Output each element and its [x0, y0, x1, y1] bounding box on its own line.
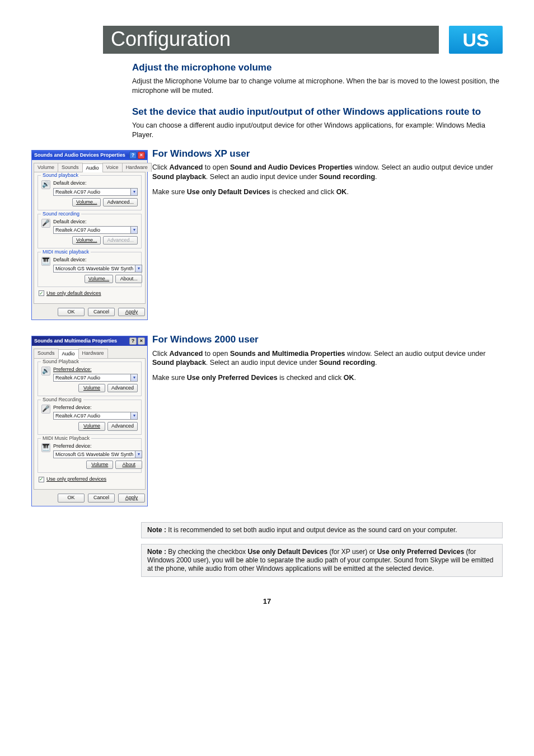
help-icon[interactable]: ?: [129, 152, 137, 159]
microphone-icon: 🎤: [41, 219, 50, 228]
w2k-tab-sounds[interactable]: Sounds: [34, 349, 59, 358]
chevron-down-icon: ▾: [130, 374, 137, 381]
speaker-icon: 🔊: [41, 367, 50, 375]
xp-tab-sounds[interactable]: Sounds: [58, 163, 83, 172]
xp-midi-value: Microsoft GS Wavetable SW Synth: [54, 265, 135, 272]
close-icon[interactable]: ×: [138, 337, 145, 345]
w2k-apply-button[interactable]: Apply: [118, 494, 145, 502]
xp-cancel-button[interactable]: Cancel: [88, 308, 115, 316]
microphone-icon: 🎤: [41, 405, 50, 414]
note-1: Note : It is recommended to set both aud…: [141, 522, 503, 538]
w2k-group-recording: Sound Recording 🎤 Preferred device: Real…: [38, 400, 142, 435]
w2k-dialog-titlebar: Sounds and Multimedia Properties ? ×: [32, 336, 147, 346]
close-icon[interactable]: ×: [138, 152, 145, 159]
w2k-preferred-devices-label: Use only preferred devices: [46, 476, 106, 482]
paragraph-w2k-1: Click Advanced to open Sounds and Multim…: [152, 349, 503, 368]
w2k-cancel-button[interactable]: Cancel: [88, 494, 115, 502]
w2k-preferred-devices-checkbox[interactable]: ✓: [39, 477, 44, 482]
chevron-down-icon: ▾: [130, 412, 137, 419]
w2k-ok-button[interactable]: OK: [58, 494, 85, 502]
xp-legend-playback: Sound playback: [41, 172, 80, 179]
w2k-playback-volume-button[interactable]: Volume: [78, 384, 105, 392]
w2k-recording-label: Preferred device:: [53, 405, 138, 411]
xp-tab-voice[interactable]: Voice: [102, 163, 123, 172]
chevron-down-icon: ▾: [130, 189, 137, 195]
page-number: 17: [31, 597, 503, 606]
xp-recording-select[interactable]: Realtek AC97 Audio ▾: [53, 226, 138, 234]
xp-ok-button[interactable]: OK: [58, 308, 85, 316]
xp-tab-hardware[interactable]: Hardware: [122, 163, 152, 172]
heading-adjust-volume: Adjust the microphone volume: [132, 62, 503, 73]
paragraph-route-device: You can choose a different audio input/o…: [132, 121, 503, 140]
midi-icon: 🎹: [41, 257, 50, 266]
xp-apply-button[interactable]: Apply: [118, 308, 145, 316]
xp-recording-value: Realtek AC97 Audio: [54, 227, 130, 233]
w2k-legend-playback: Sound Playback: [41, 359, 81, 365]
xp-playback-value: Realtek AC97 Audio: [54, 189, 130, 195]
xp-default-devices-checkbox[interactable]: ✓: [39, 290, 44, 296]
w2k-playback-value: Realtek AC97 Audio: [54, 374, 130, 381]
page-title: Configuration: [103, 26, 439, 54]
help-icon[interactable]: ?: [129, 337, 137, 345]
heading-xp: For Windows XP user: [152, 148, 503, 159]
xp-recording-volume-button[interactable]: Volume...: [72, 236, 101, 245]
xp-tab-audio[interactable]: Audio: [82, 163, 103, 172]
w2k-midi-select[interactable]: Microsoft GS Wavetable SW Synth ▾: [53, 450, 142, 458]
w2k-playback-advanced-button[interactable]: Advanced: [107, 384, 138, 392]
xp-midi-volume-button[interactable]: Volume...: [85, 275, 114, 283]
xp-legend-midi: MIDI music playback: [41, 249, 91, 255]
w2k-tabs: Sounds Audio Hardware: [32, 347, 147, 358]
xp-playback-volume-button[interactable]: Volume...: [72, 198, 101, 206]
w2k-dialog: Sounds and Multimedia Properties ? × Sou…: [31, 336, 148, 506]
xp-group-playback: Sound playback 🔊 Default device: Realtek…: [38, 175, 142, 210]
xp-playback-label: Default device:: [53, 180, 138, 186]
page: Configuration US Adjust the microphone v…: [0, 0, 534, 756]
note-label: Note :: [147, 526, 166, 534]
w2k-legend-recording: Sound Recording: [41, 397, 83, 403]
xp-dialog-title: Sounds and Audio Devices Properties: [34, 152, 125, 158]
xp-default-devices-label: Use only default devices: [46, 290, 101, 297]
paragraph-adjust-volume: Adjust the Microphone Volume bar to chan…: [132, 77, 503, 96]
w2k-tab-audio[interactable]: Audio: [58, 349, 79, 358]
xp-midi-about-button[interactable]: About...: [115, 275, 142, 283]
w2k-dialog-title: Sounds and Multimedia Properties: [34, 338, 117, 344]
xp-playback-select[interactable]: Realtek AC97 Audio ▾: [53, 188, 138, 196]
heading-w2k: For Windows 2000 user: [152, 334, 503, 345]
speaker-icon: 🔊: [41, 180, 50, 189]
chevron-down-icon: ▾: [135, 265, 142, 272]
note-2: Note : By checking the checkbox Use only…: [141, 544, 503, 577]
banner: Configuration US: [103, 26, 503, 54]
w2k-recording-volume-button[interactable]: Volume: [78, 422, 105, 430]
chevron-down-icon: ▾: [130, 227, 137, 233]
xp-group-recording: Sound recording 🎤 Default device: Realte…: [38, 214, 142, 249]
chevron-down-icon: ▾: [135, 451, 142, 458]
w2k-recording-advanced-button[interactable]: Advanced: [107, 422, 138, 430]
w2k-recording-select[interactable]: Realtek AC97 Audio ▾: [53, 412, 138, 420]
paragraph-xp-2: Make sure Use only Default Devices is ch…: [152, 187, 503, 197]
xp-group-midi: MIDI music playback 🎹 Default device: Mi…: [38, 252, 142, 287]
w2k-midi-value: Microsoft GS Wavetable SW Synth: [54, 451, 135, 458]
w2k-group-midi: MIDI Music Playback 🎹 Preferred device: …: [38, 438, 142, 473]
w2k-group-playback: Sound Playback 🔊 Preferred device: Realt…: [38, 361, 142, 397]
locale-badge: US: [449, 26, 503, 54]
xp-tab-volume[interactable]: Volume: [34, 163, 58, 172]
xp-playback-advanced-button[interactable]: Advanced...: [103, 198, 138, 206]
w2k-legend-midi: MIDI Music Playback: [41, 435, 91, 442]
w2k-recording-value: Realtek AC97 Audio: [54, 412, 130, 419]
xp-midi-select[interactable]: Microsoft GS Wavetable SW Synth ▾: [53, 265, 142, 273]
w2k-midi-about-button[interactable]: About: [115, 461, 142, 469]
note-label: Note :: [147, 548, 166, 556]
xp-tabs: Volume Sounds Audio Voice Hardware: [32, 161, 147, 172]
xp-recording-advanced-button: Advanced...: [103, 236, 138, 245]
xp-dialog-titlebar: Sounds and Audio Devices Properties ? ×: [32, 151, 147, 160]
w2k-playback-label: Preferred device:: [53, 367, 138, 373]
heading-route-device: Set the device that audio input/output o…: [132, 106, 503, 118]
midi-icon: 🎹: [41, 443, 50, 452]
paragraph-w2k-2: Make sure Use only Preferred Devices is …: [152, 373, 503, 383]
w2k-tab-hardware[interactable]: Hardware: [78, 349, 108, 358]
paragraph-xp-1: Click Advanced to open Sound and Audio D…: [152, 163, 503, 182]
w2k-playback-select[interactable]: Realtek AC97 Audio ▾: [53, 374, 138, 382]
xp-midi-label: Default device:: [53, 257, 142, 263]
w2k-midi-volume-button[interactable]: Volume: [86, 461, 113, 469]
w2k-midi-label: Preferred device:: [53, 443, 142, 449]
